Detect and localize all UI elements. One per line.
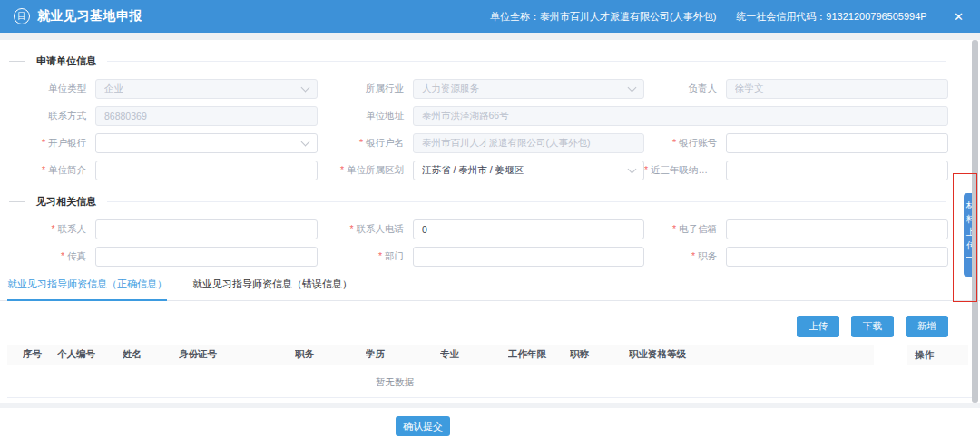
field-label: 所属行业 [318,83,413,95]
table-header: 序号 个人编号 姓名 身份证号 职务 学历 专业 工作年限 职称 职业资格等级 … [7,345,973,365]
empty-data-text: 暂无数据 [376,376,414,389]
chevron-down-icon [628,83,637,93]
tab-teacher-info-error[interactable]: 就业见习指导师资信息（错误信息） [192,278,352,300]
table-empty-row: 暂无数据 [7,365,973,398]
credit-code: 统一社会信用代码：91321200796505994P [736,10,926,24]
section-title-internship-info: 见习相关信息 [0,195,980,208]
field-label: *银行账号 [644,137,726,150]
column-header: 专业 [440,348,508,361]
download-button[interactable]: 下载 [851,316,894,337]
unit-region-cascader[interactable]: 江苏省 / 泰州市 / 姜堰区 [413,161,644,180]
field-label: *职务 [644,250,726,263]
divider [107,201,946,202]
title-bar: 目 就业见习基地申报 单位全称：泰州市百川人才派遣有限公司(人事外包) 统一社会… [0,0,980,33]
field-label: *联系人电话 [318,223,413,236]
divider [9,61,25,62]
column-header: 学历 [366,348,440,361]
tab-teacher-info-correct[interactable]: 就业见习指导师资信息（正确信息） [7,278,167,301]
fax-input[interactable] [95,247,318,267]
form-row: *开户银行 *银行户名 泰州市百川人才派遣有限公司(人事外包) *银行账号 [0,133,980,153]
unit-full-name: 单位全称：泰州市百川人才派遣有限公司(人事外包) [490,10,716,24]
contact-person-phone-input[interactable]: 0 [413,219,644,239]
column-header: 姓名 [122,348,179,361]
field-label: *部门 [318,250,413,263]
column-header: 职务 [295,348,366,361]
page-title: 就业见习基地申报 [37,8,142,24]
chevron-down-icon [628,165,637,174]
field-label: *银行户名 [318,137,413,150]
footer: 确认提交 [0,408,980,436]
form-row: *联系人 *联系人电话 0 *电子信箱 [0,219,980,239]
confirm-submit-button[interactable]: 确认提交 [396,416,450,436]
vertical-scrollbar[interactable] [972,40,978,403]
chevron-down-icon [301,83,310,93]
field-label: 负责人 [644,83,726,95]
divider [9,201,25,202]
field-label: *近三年吸纳毕业... [644,164,726,177]
form-row: 单位类型 企业 所属行业 人力资源服务 负责人 徐学文 [0,79,980,99]
header-substrip [0,33,980,40]
bank-select[interactable] [95,133,318,153]
document-icon: 目 [14,8,30,24]
unit-address-input[interactable]: 泰州市洪泽湖路66号 [413,106,948,126]
field-label: *单位简介 [0,164,95,177]
column-header: 职业资格等级 [629,348,874,361]
field-label: *传真 [0,250,95,263]
close-icon[interactable]: ✕ [951,10,966,24]
field-label: 单位地址 [318,110,413,122]
unit-type-select[interactable]: 企业 [95,79,318,99]
position-input[interactable] [726,247,948,267]
email-input[interactable] [726,219,948,239]
column-header: 身份证号 [179,348,295,361]
bank-account-number-input[interactable] [726,133,948,153]
field-label: *开户银行 [0,137,95,150]
table-header-gap [874,345,907,365]
field-label: 单位类型 [0,83,95,95]
column-header: 序号 [23,348,57,361]
column-header: 职称 [570,348,629,361]
bank-account-name-input[interactable]: 泰州市百川人才派遣有限公司(人事外包) [413,133,644,153]
section-title-applicant-unit: 申请单位信息 [0,54,980,67]
employment-internship-base-application-window: 目 就业见习基地申报 单位全称：泰州市百川人才派遣有限公司(人事外包) 统一社会… [0,0,980,448]
department-input[interactable] [413,247,644,267]
upload-button[interactable]: 上传 [797,316,839,337]
field-label: *联系人 [0,223,95,236]
form-row: 联系方式 86880369 单位地址 泰州市洪泽湖路66号 [0,106,980,126]
industry-select[interactable]: 人力资源服务 [413,79,644,99]
form-row: *单位简介 *单位所属区划 江苏省 / 泰州市 / 姜堰区 *近三年吸纳毕业..… [0,161,980,180]
unit-profile-input[interactable] [95,161,318,180]
teacher-info-tabs: 就业见习指导师资信息（正确信息） 就业见习指导师资信息（错误信息） [0,278,980,301]
column-header-operation: 操作 [907,345,968,365]
graduates-absorbed-input[interactable] [726,161,948,180]
column-header: 工作年限 [508,348,570,361]
field-label: *电子信箱 [644,223,726,236]
add-button[interactable]: 新增 [906,316,948,337]
principal-input[interactable]: 徐学文 [726,79,948,99]
divider [107,61,946,62]
table-toolbar: 上传 下载 新增 [0,316,980,337]
column-header: 个人编号 [57,348,122,361]
field-label: 联系方式 [0,110,95,122]
contact-phone-input[interactable]: 86880369 [95,106,318,126]
field-label: *单位所属区划 [318,164,413,177]
form-row: *传真 *部门 *职务 [0,247,980,267]
table-header-main: 序号 个人编号 姓名 身份证号 职务 学历 专业 工作年限 职称 职业资格等级 [7,345,874,365]
contact-person-input[interactable] [95,219,318,239]
chevron-down-icon [301,138,310,147]
